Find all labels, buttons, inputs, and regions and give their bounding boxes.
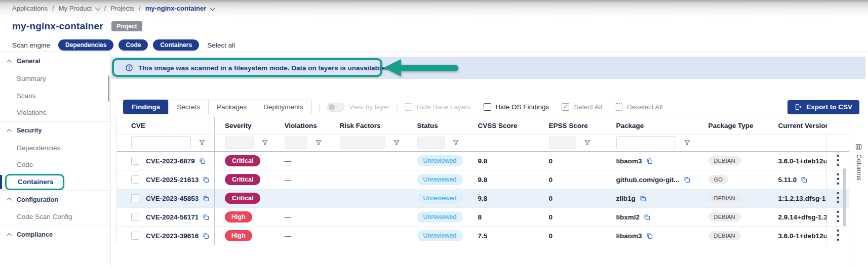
epss-score-value: 0 [539,208,606,227]
table-row[interactable]: CVE-2023-6879 Critical — Unreviewed 9.8 … [117,152,849,170]
package-type-badge: DEBIAN [708,156,741,165]
current-version-value: 3.6.0-1+deb12u1 [778,232,827,240]
tab-secrets[interactable]: Secrets [168,100,209,114]
sidebar-section-compliance[interactable]: Compliance [0,226,110,244]
package-name: libaom3 [616,157,642,165]
engine-pill-dependencies[interactable]: Dependencies [58,39,113,51]
breadcrumb-current-project[interactable]: my-nginx-container [145,5,207,12]
chevron-down-icon[interactable] [210,5,215,10]
copy-icon[interactable] [199,158,206,164]
table-row[interactable]: CVE-2024-56171 High — Unreviewed 8 0 [117,208,849,227]
table-row[interactable]: CVE-2023-45853 Critical — Unreviewed 9.8… [117,189,849,208]
copy-icon[interactable] [684,176,690,183]
sidebar-section-label: Configuration [17,196,58,203]
package-filter-input[interactable] [616,136,676,149]
column-header-current-version[interactable]: Current Version [768,117,827,135]
filter-funnel-icon[interactable] [315,139,322,146]
engine-pill-containers[interactable]: Containers [153,39,199,51]
select-all-control: ✓ Select All [562,103,602,111]
select-all-label: Select All [574,103,602,111]
findings-table: CVE Severity Violations Risk Factors Sta… [116,117,849,245]
row-actions-kebab-icon[interactable]: ••• [837,191,839,204]
row-checkbox[interactable] [131,194,139,202]
filter-funnel-icon[interactable] [199,139,206,146]
status-filter-box [417,137,445,149]
row-checkbox[interactable] [131,232,139,240]
export-icon [795,103,802,111]
row-checkbox[interactable] [131,175,139,184]
copy-icon[interactable] [203,214,209,220]
row-actions-kebab-icon[interactable]: ••• [837,172,839,186]
copy-icon[interactable] [646,158,653,164]
cve-link[interactable]: CVE-2023-6879 [146,157,195,165]
breadcrumb-projects[interactable]: Projects [110,5,134,12]
copy-icon[interactable] [203,233,209,239]
sidebar-item-scans[interactable]: Scans [0,87,110,105]
deselect-all-icon[interactable] [615,103,622,111]
copy-icon[interactable] [203,195,209,202]
cve-filter-input[interactable] [131,136,191,149]
column-header-package[interactable]: Package [606,117,698,135]
copy-icon[interactable] [644,214,650,220]
package-type-badge: GO [708,175,729,184]
sidebar-section-security[interactable]: Security [0,121,110,140]
table-row[interactable]: CVE-2025-21613 Critical — Unreviewed 9.8… [117,170,849,189]
arrow-head [383,59,401,76]
sidebar-scrollbar[interactable] [108,75,109,102]
tab-findings[interactable]: Findings [123,100,169,114]
column-header-epss-score[interactable]: EPSS Score [539,117,606,135]
status-badge: Unreviewed [417,230,463,241]
tab-packages[interactable]: Packages [208,100,255,114]
filter-funnel-icon[interactable] [393,139,400,146]
sidebar: General Summary Scans Violations Securit… [0,52,111,266]
cve-link[interactable]: CVE-2025-21613 [146,176,199,184]
row-actions-kebab-icon[interactable]: ••• [837,209,839,223]
filter-funnel-icon[interactable] [684,139,691,146]
table-scrollbar[interactable] [843,168,846,226]
copy-icon[interactable] [646,233,653,239]
sidebar-item-summary[interactable]: Summary [0,70,110,87]
chevron-down-icon[interactable] [95,5,101,10]
export-to-csv-button[interactable]: Export to CSV [787,100,859,114]
sidebar-item-dependencies[interactable]: Dependencies [0,140,110,157]
sidebar-section-configuration[interactable]: Configuration [0,190,110,208]
filter-funnel-icon[interactable] [584,139,591,146]
sidebar-section-general[interactable]: General [0,52,110,70]
tab-deployments[interactable]: Deployments [255,100,312,114]
sidebar-item-violations[interactable]: Violations [0,104,110,121]
column-header-severity[interactable]: Severity [215,117,274,135]
breadcrumb-my-product[interactable]: My Product [59,5,92,12]
sidebar-item-code[interactable]: Code [0,156,110,173]
cve-link[interactable]: CVE-2023-45853 [146,195,199,202]
active-item-indicator-bar [0,175,2,189]
cve-link[interactable]: CVE-2023-39616 [146,232,199,240]
select-all-checkbox[interactable]: ✓ [562,103,569,111]
filter-funnel-icon[interactable] [452,139,459,146]
copy-icon[interactable] [203,176,209,183]
table-row[interactable]: CVE-2023-39616 High — Unreviewed 7.5 0 [117,227,849,245]
row-actions-kebab-icon[interactable]: ••• [837,153,839,167]
sidebar-item-code-scan-config[interactable]: Code Scan Config [0,208,110,226]
breadcrumb-applications[interactable]: Applications [12,5,48,12]
column-header-violations[interactable]: Violations [274,117,330,135]
sidebar-item-containers[interactable]: Containers [0,173,110,191]
filter-funnel-icon[interactable] [261,139,268,146]
row-checkbox[interactable] [131,213,139,221]
columns-panel-toggle[interactable]: Columns [849,117,868,266]
cve-link[interactable]: CVE-2024-56171 [146,213,199,221]
copy-icon[interactable] [801,176,807,183]
column-header-cvss-score[interactable]: CVSS Score [468,117,539,135]
violations-value: — [285,213,292,221]
copy-icon[interactable] [640,195,646,202]
hide-os-findings-checkbox[interactable] [484,103,491,111]
hide-os-findings-control: Hide OS Findings [484,103,549,111]
column-header-risk-factors[interactable]: Risk Factors [330,117,407,135]
column-header-actions [827,117,849,135]
column-header-package-type[interactable]: Package Type [698,117,768,135]
column-header-cve[interactable]: CVE [117,117,215,135]
column-header-status[interactable]: Status [407,117,468,135]
engine-pill-code[interactable]: Code [119,39,148,51]
row-checkbox[interactable] [131,157,139,165]
row-actions-kebab-icon[interactable]: ••• [837,228,839,242]
engines-select-all-link[interactable]: Select all [207,41,235,49]
